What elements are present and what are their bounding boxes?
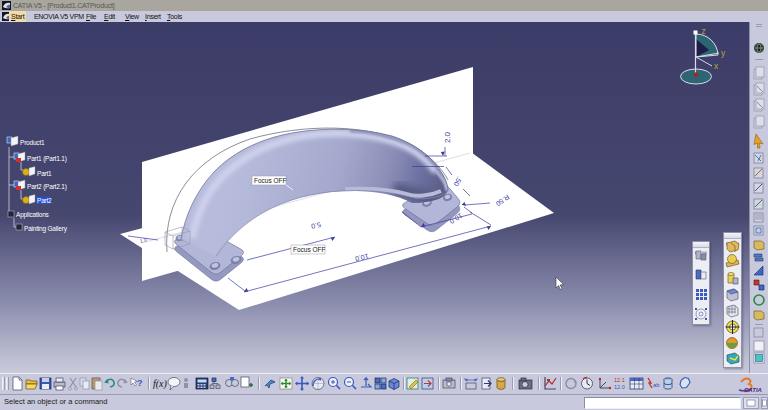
- svg-text:CATIA: CATIA: [744, 387, 762, 393]
- svg-text:f(x): f(x): [153, 378, 168, 390]
- svg-text:ab: ab: [653, 382, 660, 388]
- svg-text:?: ?: [137, 378, 143, 388]
- svg-text:12.0: 12.0: [614, 384, 625, 390]
- svg-text:Part1 (Part1.1): Part1 (Part1.1): [27, 155, 67, 163]
- svg-text:Product1: Product1: [20, 139, 45, 146]
- svg-text:12.1: 12.1: [614, 377, 625, 383]
- svg-text:2.0: 2.0: [443, 131, 452, 143]
- svg-text:Focus OFF: Focus OFF: [254, 177, 287, 184]
- svg-text:Part1: Part1: [37, 170, 52, 177]
- svg-text:Applications: Applications: [16, 211, 50, 219]
- svg-text:Part2 (Part2.1): Part2 (Part2.1): [27, 183, 67, 191]
- svg-text:z: z: [702, 26, 706, 36]
- svg-text:Part2: Part2: [37, 197, 52, 204]
- svg-text:Painting Gallery: Painting Gallery: [24, 225, 68, 233]
- svg-text:Focus OFF: Focus OFF: [293, 246, 326, 253]
